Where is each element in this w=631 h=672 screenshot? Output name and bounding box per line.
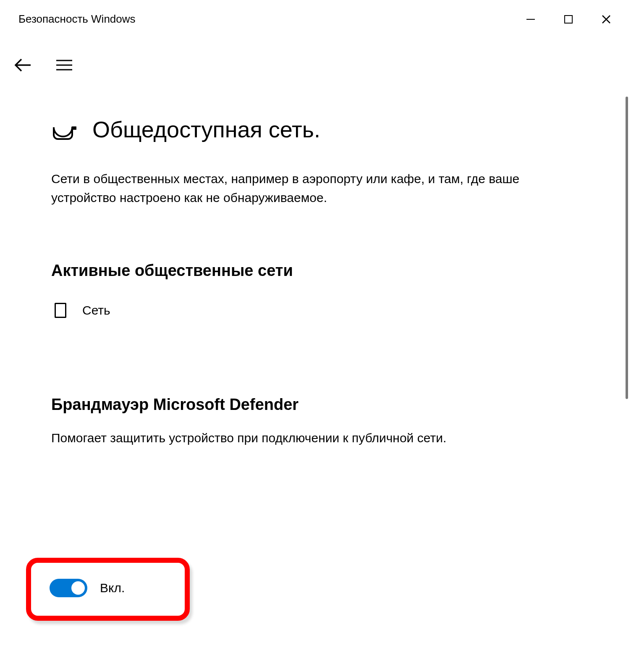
firewall-description: Помогает защитить устройство при подключ… [51, 428, 563, 447]
main-content: Общедоступная сеть. Сети в общественных … [0, 76, 588, 447]
firewall-toggle[interactable] [50, 579, 87, 597]
maximize-button[interactable] [550, 9, 587, 30]
window-controls [512, 9, 625, 30]
page-description: Сети в общественных местах, например в а… [51, 169, 563, 207]
close-icon [602, 15, 610, 24]
close-button[interactable] [587, 9, 625, 30]
network-device-icon [55, 303, 66, 318]
svg-rect-1 [565, 16, 572, 23]
menu-button[interactable] [54, 55, 75, 76]
public-network-icon [51, 117, 76, 142]
active-networks-heading: Активные общественные сети [51, 262, 563, 280]
minimize-button[interactable] [512, 9, 550, 30]
page-header: Общедоступная сеть. [51, 116, 563, 144]
titlebar: Безопасность Windows [0, 0, 631, 32]
nav-bar [0, 32, 631, 76]
minimize-icon [526, 15, 535, 24]
maximize-icon [564, 15, 573, 24]
window-title: Безопасность Windows [18, 13, 136, 26]
firewall-toggle-label: Вкл. [100, 581, 125, 595]
firewall-heading: Брандмауэр Microsoft Defender [51, 396, 563, 414]
page-title: Общедоступная сеть. [92, 116, 320, 144]
network-item[interactable]: Сеть [55, 303, 563, 318]
network-name: Сеть [82, 303, 110, 318]
firewall-toggle-container: Вкл. [50, 579, 125, 597]
back-arrow-icon [14, 56, 32, 74]
toggle-knob [71, 581, 85, 595]
hamburger-icon [56, 59, 72, 71]
scrollbar[interactable] [626, 97, 628, 399]
back-button[interactable] [13, 55, 34, 76]
